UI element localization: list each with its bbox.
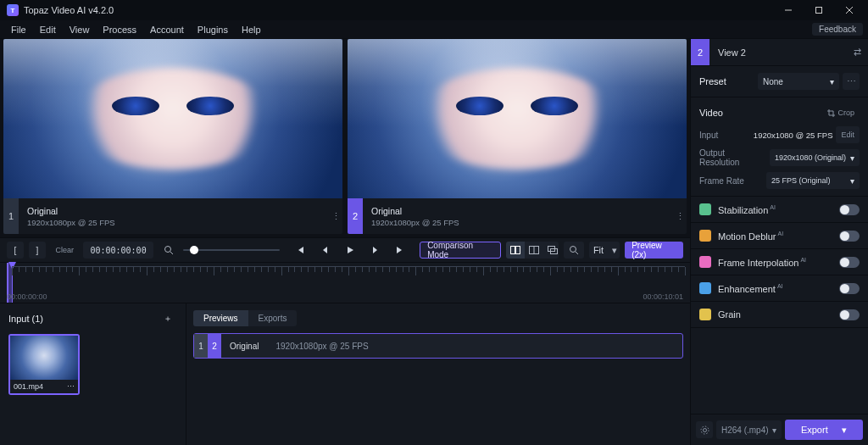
in-point-button[interactable]: [ <box>7 242 24 259</box>
preview-row-n1: 1 <box>194 334 208 358</box>
svg-point-14 <box>703 428 706 431</box>
module-toggle[interactable] <box>839 257 860 268</box>
timeline-start-label: 00:00:00:00 <box>7 292 47 301</box>
video-section-label: Video <box>699 108 723 118</box>
framerate-select[interactable]: 25 FPS (Original) ▾ <box>766 172 860 189</box>
maximize-button[interactable] <box>804 0 834 20</box>
chevron-down-icon: ▾ <box>608 242 620 259</box>
svg-point-15 <box>701 426 709 434</box>
step-forward-button[interactable] <box>364 242 384 259</box>
menu-account[interactable]: Account <box>144 23 190 36</box>
viewer-1-canvas[interactable] <box>3 39 342 198</box>
module-toggle[interactable] <box>839 283 860 294</box>
svg-point-4 <box>164 247 170 253</box>
module-toggle[interactable] <box>839 309 860 320</box>
viewer-1-more-button[interactable]: ⋮ <box>329 198 342 234</box>
module-motion-deblur[interactable]: Motion DeblurAI <box>691 223 868 249</box>
layout-segmented[interactable] <box>506 242 559 259</box>
svg-line-5 <box>170 252 173 254</box>
chevron-down-icon: ▾ <box>850 153 854 163</box>
preview-row-name: Original <box>221 342 267 351</box>
close-button[interactable] <box>834 0 865 20</box>
clear-button[interactable]: Clear <box>51 242 78 259</box>
timeline[interactable]: 00:00:00:00 00:00:10:01 <box>0 263 690 303</box>
module-toggle[interactable] <box>839 231 860 242</box>
previews-panel: Previews Exports 1 2 Original 1920x1080p… <box>186 303 690 445</box>
zoom-slider[interactable] <box>183 242 280 259</box>
module-enhancement[interactable]: EnhancementAI <box>691 275 868 302</box>
preview-row-n2: 2 <box>208 334 221 358</box>
viewer-1-bar[interactable]: 1 Original 1920x1080px @ 25 FPS ⋮ <box>3 198 342 234</box>
module-icon <box>699 282 711 294</box>
input-edit-button[interactable]: Edit <box>836 126 860 143</box>
minimize-button[interactable] <box>773 0 804 20</box>
preview-row[interactable]: 1 2 Original 1920x1080px @ 25 FPS <box>193 333 683 359</box>
layout-overlay-icon[interactable] <box>543 242 559 259</box>
module-icon <box>699 203 711 215</box>
zoom-tool-button[interactable] <box>564 242 583 259</box>
input-thumb-more-button[interactable]: ⋯ <box>67 382 75 391</box>
module-label: Grain <box>718 309 741 320</box>
module-label: EnhancementAI <box>718 283 783 294</box>
viewer-2-canvas[interactable] <box>348 39 687 198</box>
preset-select[interactable]: None ▾ <box>758 73 839 90</box>
layout-side-icon[interactable] <box>506 242 525 259</box>
go-end-button[interactable] <box>390 242 409 259</box>
step-back-button[interactable] <box>315 242 335 259</box>
menu-help[interactable]: Help <box>236 23 267 36</box>
module-frame-interpolation[interactable]: Frame InterpolationAI <box>691 249 868 275</box>
swap-views-button[interactable]: ⇄ <box>847 47 868 58</box>
module-icon <box>699 230 711 242</box>
menu-file[interactable]: File <box>5 23 32 36</box>
menu-view[interactable]: View <box>64 23 96 36</box>
outres-label: Output Resolution <box>699 148 765 167</box>
menu-plugins[interactable]: Plugins <box>192 23 234 36</box>
viewer-2-more-button[interactable]: ⋮ <box>673 198 687 234</box>
layout-split-icon[interactable] <box>525 242 543 259</box>
svg-rect-7 <box>515 247 520 254</box>
play-button[interactable] <box>340 242 359 259</box>
chevron-down-icon: ▾ <box>850 176 854 186</box>
module-label: Frame InterpolationAI <box>718 257 806 268</box>
out-point-button[interactable]: ] <box>29 242 46 259</box>
module-grain[interactable]: Grain <box>691 302 868 328</box>
outres-select[interactable]: 1920x1080 (Original) ▾ <box>770 149 860 166</box>
input-panel: Input (1) ＋ 001.mp4 ⋯ <box>0 303 186 445</box>
add-input-button[interactable]: ＋ <box>159 310 177 327</box>
fit-dropdown[interactable]: Fit ▾ <box>589 242 620 259</box>
svg-rect-6 <box>510 247 515 254</box>
module-label: Motion DeblurAI <box>718 231 783 242</box>
input-res-label: Input <box>699 131 718 140</box>
go-start-button[interactable] <box>290 242 309 259</box>
viewer-2-meta: 1920x1080px @ 25 FPS <box>371 218 665 227</box>
app-title: Topaz Video AI v4.2.0 <box>24 5 114 15</box>
view-number-badge: 2 <box>691 39 709 65</box>
preset-label: Preset <box>699 76 726 86</box>
svg-rect-1 <box>816 8 822 14</box>
export-settings-button[interactable] <box>696 421 713 438</box>
timecode-display[interactable]: 00:00:00:00 <box>83 242 153 259</box>
codec-select[interactable]: H264 (.mp4) ▾ <box>716 420 782 439</box>
svg-line-13 <box>576 252 578 254</box>
preset-more-button[interactable]: ⋯ <box>843 73 860 90</box>
view-label: View 2 <box>709 47 847 58</box>
viewer-1: 1 Original 1920x1080px @ 25 FPS ⋮ <box>3 39 342 234</box>
crop-button[interactable]: Crop <box>822 104 860 121</box>
viewer-2-name: Original <box>371 206 665 216</box>
comparison-mode-button[interactable]: Comparison Mode <box>420 242 501 259</box>
settings-sidebar: 2 View 2 ⇄ Preset None ▾ ⋯ Video <box>690 39 868 445</box>
viewer-2-bar[interactable]: 2 Original 1920x1080px @ 25 FPS ⋮ <box>348 198 687 234</box>
menu-edit[interactable]: Edit <box>34 23 62 36</box>
tab-exports[interactable]: Exports <box>248 310 298 326</box>
module-stabilization[interactable]: StabilizationAI <box>691 197 868 223</box>
viewer-1-meta: 1920x1080px @ 25 FPS <box>27 218 320 227</box>
export-button[interactable]: Export ▾ <box>785 420 863 440</box>
feedback-button[interactable]: Feedback <box>812 23 863 36</box>
preview-button[interactable]: Preview (2x) <box>625 242 683 259</box>
search-timeline-button[interactable] <box>159 242 178 259</box>
tab-previews[interactable]: Previews <box>193 310 248 326</box>
module-toggle[interactable] <box>839 204 860 215</box>
crop-icon <box>827 109 835 117</box>
input-thumbnail[interactable]: 001.mp4 ⋯ <box>8 334 80 395</box>
menu-process[interactable]: Process <box>97 23 142 36</box>
